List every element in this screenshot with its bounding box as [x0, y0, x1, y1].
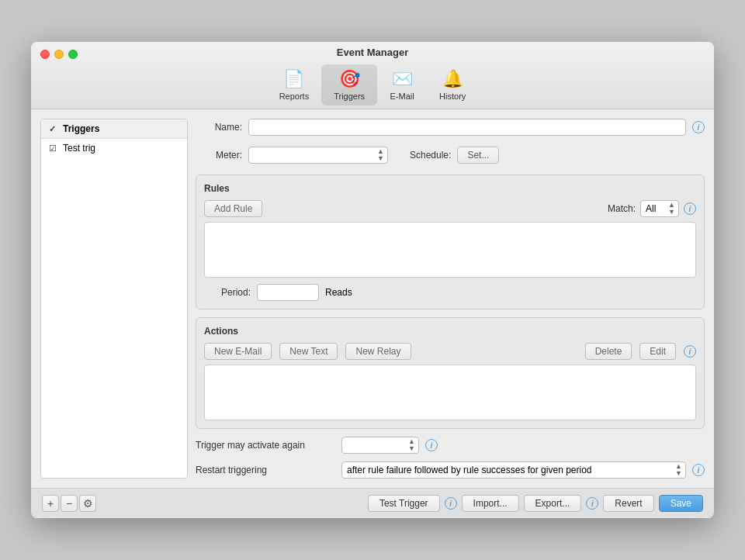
sidebar-header-check: ✓ [49, 124, 58, 134]
rules-list [204, 222, 696, 278]
name-info-icon[interactable]: i [692, 121, 705, 133]
settings-button[interactable]: ⚙ [79, 495, 96, 512]
test-trigger-info-icon[interactable]: i [445, 497, 457, 510]
toolbar-item-history[interactable]: 🔔 History [427, 64, 478, 105]
add-trigger-button[interactable]: + [42, 495, 59, 512]
window-title: Event Manager [337, 47, 408, 58]
toolbar-label-triggers: Triggers [334, 92, 365, 101]
actions-section: Actions New E-Mail New Text New Relay De… [196, 317, 705, 429]
content-area: ✓ Triggers ☑ Test trig Name: i Meter: [31, 109, 714, 488]
sidebar-controls: + − ⚙ [42, 495, 96, 512]
import-button[interactable]: Import... [462, 495, 519, 512]
save-button[interactable]: Save [659, 495, 703, 512]
trigger-activate-row: Trigger may activate again ▲▼ i [196, 437, 705, 454]
restart-label: Restart triggering [196, 465, 335, 475]
meter-row: Meter: ▲▼ Schedule: Set... [196, 147, 705, 164]
rules-toolbar: Add Rule Match: All Any ▲▼ i [204, 200, 696, 217]
period-input[interactable] [257, 284, 319, 301]
window-controls [31, 50, 87, 65]
new-email-button[interactable]: New E-Mail [204, 343, 272, 360]
delete-button[interactable]: Delete [585, 343, 632, 360]
sidebar: ✓ Triggers ☑ Test trig [40, 119, 188, 479]
match-select[interactable]: All Any [640, 200, 679, 217]
trigger-activate-select-wrapper: ▲▼ [341, 437, 419, 454]
history-icon: 🔔 [442, 69, 463, 89]
restart-info-icon[interactable]: i [692, 464, 705, 476]
actions-title: Actions [204, 326, 696, 337]
export-info-icon[interactable]: i [586, 497, 598, 510]
close-button[interactable] [40, 50, 50, 59]
toolbar-label-history: History [439, 92, 466, 101]
test-trigger-button[interactable]: Test Trigger [368, 495, 440, 512]
name-input[interactable] [248, 119, 686, 136]
add-rule-button[interactable]: Add Rule [204, 200, 262, 217]
rules-title: Rules [204, 183, 696, 194]
rules-info-icon[interactable]: i [684, 202, 696, 215]
toolbar: 📄 Reports 🎯 Triggers ✉️ E-Mail 🔔 History [267, 64, 479, 109]
trigger-activate-label: Trigger may activate again [196, 440, 335, 451]
email-icon: ✉️ [392, 69, 413, 89]
reports-icon: 📄 [283, 69, 304, 89]
set-button[interactable]: Set... [457, 147, 499, 164]
titlebar: Event Manager 📄 Reports 🎯 Triggers ✉️ E-… [31, 42, 714, 109]
export-button[interactable]: Export... [524, 495, 582, 512]
edit-button[interactable]: Edit [639, 343, 676, 360]
main-window: Event Manager 📄 Reports 🎯 Triggers ✉️ E-… [31, 42, 714, 518]
match-row: Match: All Any ▲▼ i [608, 200, 696, 217]
match-select-wrapper: All Any ▲▼ [640, 200, 679, 217]
toolbar-item-reports[interactable]: 📄 Reports [267, 64, 322, 105]
bottom-bar: + − ⚙ Test Trigger i Import... Export...… [31, 488, 714, 518]
maximize-button[interactable] [68, 50, 78, 59]
meter-select[interactable] [248, 147, 388, 164]
minimize-button[interactable] [54, 50, 64, 59]
sidebar-item-label: Test trig [63, 143, 95, 154]
meter-select-wrapper: ▲▼ [248, 147, 388, 164]
rules-section: Rules Add Rule Match: All Any ▲▼ [196, 175, 705, 309]
actions-list [204, 365, 696, 420]
schedule-label: Schedule: [410, 150, 451, 161]
revert-button[interactable]: Revert [603, 495, 653, 512]
restart-select[interactable]: after rule failure followed by rule succ… [341, 461, 686, 479]
sidebar-item-checkbox: ☑ [49, 143, 58, 154]
actions-toolbar: New E-Mail New Text New Relay Delete Edi… [204, 343, 696, 360]
name-label: Name: [196, 122, 242, 133]
toolbar-item-triggers[interactable]: 🎯 Triggers [321, 64, 377, 105]
sidebar-item-test-trig[interactable]: ☑ Test trig [41, 139, 187, 157]
toolbar-item-email[interactable]: ✉️ E-Mail [377, 64, 427, 105]
trigger-activate-select[interactable] [341, 437, 419, 454]
match-label: Match: [608, 203, 636, 214]
period-label: Period: [204, 287, 251, 298]
restart-select-wrapper: after rule failure followed by rule succ… [341, 461, 686, 479]
sidebar-header: ✓ Triggers [41, 119, 187, 139]
meter-label: Meter: [196, 150, 242, 161]
main-panel: Name: i Meter: ▲▼ Schedule: Set... [196, 119, 705, 479]
sidebar-header-label: Triggers [63, 123, 99, 134]
triggers-icon: 🎯 [339, 69, 360, 89]
restart-row: Restart triggering after rule failure fo… [196, 461, 705, 479]
toolbar-label-email: E-Mail [390, 92, 414, 101]
reads-label: Reads [325, 287, 352, 298]
period-row: Period: Reads [204, 284, 696, 301]
name-row: Name: i [196, 119, 705, 136]
toolbar-label-reports: Reports [279, 92, 310, 101]
remove-trigger-button[interactable]: − [61, 495, 78, 512]
trigger-activate-info-icon[interactable]: i [425, 439, 438, 451]
new-relay-button[interactable]: New Relay [345, 343, 411, 360]
actions-info-icon[interactable]: i [684, 345, 696, 358]
new-text-button[interactable]: New Text [279, 343, 338, 360]
